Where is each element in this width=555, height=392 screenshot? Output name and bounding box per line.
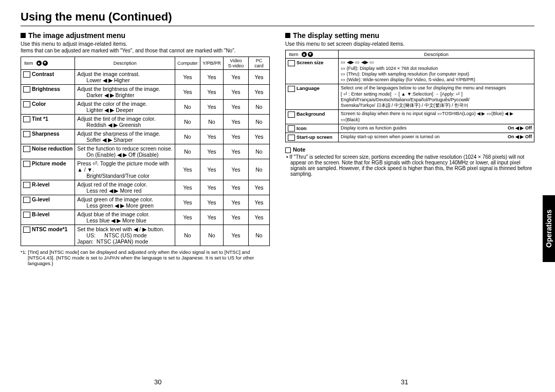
yn-cell: No (249, 115, 270, 129)
row-desc: Display icons as function guidesOn ◀ ▶ O… (339, 124, 534, 133)
note-heading: Note (285, 146, 534, 153)
row-desc: Set the function to reduce screen noise.… (75, 144, 175, 159)
row-label: Screen size (286, 59, 339, 84)
yn-cell: Yes (175, 159, 200, 180)
side-tab-operations: Operations (543, 195, 555, 262)
yn-cell: Yes (200, 100, 224, 115)
table-row: ContrastAdjust the image contrast.Lower … (21, 70, 270, 85)
yn-cell: Yes (249, 210, 270, 225)
row-desc: Adjust red of the image color.Less red ◀… (75, 180, 175, 195)
table-row: SharpnessAdjust the sharpness of the ima… (21, 129, 270, 144)
yn-cell: Yes (224, 129, 249, 144)
yn-cell: Yes (224, 70, 249, 85)
table-row: Noise reductionSet the function to reduc… (21, 144, 270, 159)
yn-cell: Yes (224, 85, 249, 100)
row-desc: Adjust blue of the image color.Less blue… (75, 210, 175, 225)
yn-cell: Yes (200, 144, 224, 159)
yn-cell: Yes (200, 210, 224, 225)
row-desc: Select one of the languages below to use… (339, 84, 534, 110)
yn-cell: Yes (200, 85, 224, 100)
table-row: Tint *1Adjust the tint of the image colo… (21, 115, 270, 129)
yn-cell: Yes (200, 180, 224, 195)
yn-cell: Yes (200, 159, 224, 180)
yn-cell: Yes (200, 195, 224, 210)
row-label: NTSC mode*1 (21, 225, 75, 246)
row-desc: Adjust the color of the image.Lighter ◀ … (75, 100, 175, 115)
yn-cell: Yes (249, 195, 270, 210)
page-title: Using the menu (Continued) (21, 10, 534, 26)
row-desc: Display start-up screen when power is tu… (339, 133, 534, 142)
image-adjust-table: Item ▲▼ Description Computer Y/PB/PR Vid… (21, 57, 270, 246)
row-desc: Adjust green of the image color.Less gre… (75, 195, 175, 210)
row-label: Picture mode (21, 159, 75, 180)
row-label: Color (21, 100, 75, 115)
yn-cell: No (175, 100, 200, 115)
yn-cell: No (249, 225, 270, 246)
yn-cell: Yes (175, 210, 200, 225)
yn-cell: Yes (224, 115, 249, 129)
yn-cell: Yes (200, 70, 224, 85)
left-heading: The image adjustment menu (21, 31, 270, 40)
row-label: Start-up screen (286, 133, 339, 142)
row-desc: ▭ ◀▶ ▭ ◀▶ ▭▭ (Full): Display with 1024 ×… (339, 59, 534, 84)
row-label: R-level (21, 180, 75, 195)
yn-cell: Yes (224, 144, 249, 159)
yn-cell: Yes (224, 100, 249, 115)
table-row: Start-up screenDisplay start-up screen w… (286, 133, 534, 142)
table-row: IconDisplay icons as function guidesOn ◀… (286, 124, 534, 133)
display-setting-table: Item ▲▼ Description Screen size▭ ◀▶ ▭ ◀▶… (285, 50, 534, 142)
right-intro: Use this menu to set screen display-rela… (285, 41, 534, 47)
row-label: Background (286, 110, 339, 124)
row-desc: Adjust the sharpness of the image.Softer… (75, 129, 175, 144)
left-section: The image adjustment menu Use this menu … (21, 31, 270, 266)
yn-cell: Yes (249, 180, 270, 195)
page-number-right: 31 (401, 378, 408, 386)
table-row: LanguageSelect one of the languages belo… (286, 84, 534, 110)
row-desc: Set the black level with ◀ / ▶ button.US… (75, 225, 175, 246)
right-heading: The display setting menu (285, 31, 534, 40)
row-desc: Adjust the tint of the image color.Reddi… (75, 115, 175, 129)
yn-cell: Yes (224, 210, 249, 225)
yn-cell: Yes (175, 180, 200, 195)
left-intro: Use this menu to adjust image-related it… (21, 41, 270, 47)
yn-cell: Yes (200, 129, 224, 144)
yn-cell: Yes (249, 129, 270, 144)
yn-cell: No (249, 159, 270, 180)
note-body: • If "Thru" is selected for screen size,… (285, 154, 534, 177)
yn-cell: No (249, 144, 270, 159)
yn-cell: Yes (175, 195, 200, 210)
row-desc: Adjust the image contrast.Lower ◀ ▶ High… (75, 70, 175, 85)
table-row: G-levelAdjust green of the image color.L… (21, 195, 270, 210)
table-row: R-levelAdjust red of the image color.Les… (21, 180, 270, 195)
yn-cell: No (175, 225, 200, 246)
yn-cell: Yes (249, 85, 270, 100)
table-header: Item ▲▼ Description Computer Y/PB/PR Vid… (21, 57, 270, 70)
table-row: B-levelAdjust blue of the image color.Le… (21, 210, 270, 225)
yn-cell: No (175, 115, 200, 129)
left-sub: Items that can be adjusted are marked wi… (21, 48, 270, 53)
footnote: *1: [Tint] and [NTSC mode] can be displa… (21, 249, 270, 266)
table-header: Item ▲▼ Description (286, 50, 534, 59)
yn-cell: Yes (224, 195, 249, 210)
yn-cell: No (175, 144, 200, 159)
right-section: The display setting menu Use this menu t… (285, 31, 534, 266)
row-label: B-level (21, 210, 75, 225)
table-row: BackgroundScreen to display when there i… (286, 110, 534, 124)
yn-cell: Yes (249, 70, 270, 85)
yn-cell: Yes (224, 225, 249, 246)
row-label: G-level (21, 195, 75, 210)
row-label: Noise reduction (21, 144, 75, 159)
yn-cell: Yes (224, 180, 249, 195)
table-row: NTSC mode*1Set the black level with ◀ / … (21, 225, 270, 246)
row-desc: Press ⏎. Toggle the picture mode with ▲ … (75, 159, 175, 180)
table-row: BrightnessAdjust the brightness of the i… (21, 85, 270, 100)
row-label: Tint *1 (21, 115, 75, 129)
two-columns: The image adjustment menu Use this menu … (21, 31, 534, 266)
table-row: ColorAdjust the color of the image.Light… (21, 100, 270, 115)
yn-cell: No (200, 115, 224, 129)
manual-page: Using the menu (Continued) The image adj… (0, 0, 555, 392)
row-label: Language (286, 84, 339, 110)
row-label: Contrast (21, 70, 75, 85)
row-desc: Screen to display when there is no input… (339, 110, 534, 124)
table-row: Screen size▭ ◀▶ ▭ ◀▶ ▭▭ (Full): Display … (286, 59, 534, 84)
